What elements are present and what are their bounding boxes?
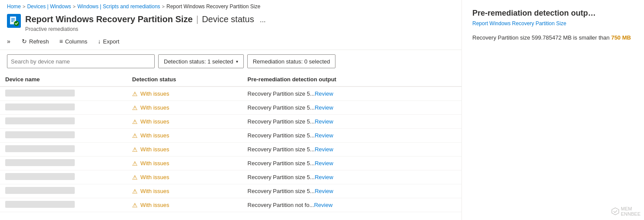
detection-status-cell: ⚠With issues bbox=[127, 143, 242, 157]
columns-icon: ≡ bbox=[60, 38, 63, 45]
export-label: Export bbox=[103, 38, 120, 45]
status-text: With issues bbox=[140, 104, 169, 111]
table-row: ⚠With issuesRecovery Partition size 5...… bbox=[0, 115, 461, 129]
remediation-status-filter[interactable]: Remediation status: 0 selected bbox=[247, 54, 336, 68]
refresh-button[interactable]: ↻ Refresh bbox=[17, 36, 53, 47]
refresh-icon: ↻ bbox=[22, 38, 27, 45]
device-name-cell bbox=[0, 143, 127, 157]
device-name-cell bbox=[0, 157, 127, 170]
breadcrumb: Home > Devices | Windows > Windows | Scr… bbox=[0, 0, 461, 11]
breadcrumb-devices-windows[interactable]: Devices | Windows bbox=[27, 3, 71, 10]
page-title-sep: | bbox=[196, 14, 198, 24]
status-text: With issues bbox=[140, 90, 169, 97]
review-link[interactable]: Review bbox=[315, 132, 333, 139]
body-value: 599.785472 MB bbox=[532, 34, 572, 41]
status-text: With issues bbox=[140, 118, 169, 125]
expand-icon[interactable]: » bbox=[7, 38, 16, 45]
status-text: With issues bbox=[140, 188, 169, 194]
table-row: ⚠With issuesRecovery Partition size 5...… bbox=[0, 184, 461, 198]
warning-icon: ⚠ bbox=[132, 104, 138, 111]
output-cell: Recovery Partition size 5...Review bbox=[242, 87, 461, 101]
detection-status-cell: ⚠With issues bbox=[127, 157, 242, 170]
main-panel: Home > Devices | Windows > Windows | Scr… bbox=[0, 0, 461, 220]
output-text: Recovery Partition size 5... bbox=[248, 132, 315, 139]
detection-status-cell: ⚠With issues bbox=[127, 87, 242, 101]
watermark: MEMENNBEE bbox=[611, 206, 641, 217]
review-link[interactable]: Review bbox=[315, 174, 333, 180]
toolbar: » ↻ Refresh ≡ Columns ↓ Export bbox=[0, 33, 461, 50]
output-cell: Recovery Partition size 5...Review bbox=[242, 184, 461, 198]
page-header-text: Report Windows Recovery Partition Size |… bbox=[25, 13, 268, 32]
page-header: Report Windows Recovery Partition Size |… bbox=[0, 11, 461, 33]
breadcrumb-sep-1: > bbox=[23, 4, 25, 9]
review-link[interactable]: Review bbox=[315, 118, 333, 125]
breadcrumb-sep-2: > bbox=[73, 4, 76, 9]
detection-status-cell: ⚠With issues bbox=[127, 198, 242, 212]
status-text: With issues bbox=[140, 160, 169, 167]
chevron-down-icon: ▾ bbox=[236, 59, 238, 64]
warning-icon: ⚠ bbox=[132, 132, 138, 139]
output-text: Recovery Partition size 5... bbox=[248, 90, 315, 97]
device-table: Device name Detection status Pre-remedia… bbox=[0, 73, 461, 212]
output-cell: Recovery Partition size 5...Review bbox=[242, 129, 461, 143]
review-link[interactable]: Review bbox=[315, 90, 333, 97]
detection-status-cell: ⚠With issues bbox=[127, 101, 242, 115]
review-link[interactable]: Review bbox=[315, 104, 333, 111]
breadcrumb-scripts[interactable]: Windows | Scripts and remediations bbox=[77, 3, 160, 10]
detection-status-filter-label: Detection status: 1 selected bbox=[164, 58, 233, 65]
output-text: Recovery Partition size 5... bbox=[248, 160, 315, 167]
right-panel-subtitle-link[interactable]: Report Windows Recovery Partition Size bbox=[472, 20, 634, 27]
warning-icon: ⚠ bbox=[132, 146, 138, 153]
table-container: Device name Detection status Pre-remedia… bbox=[0, 73, 461, 220]
refresh-label: Refresh bbox=[29, 38, 49, 45]
table-row: ⚠With issuesRecovery Partition size 5...… bbox=[0, 87, 461, 101]
body-highlight: 750 MB bbox=[611, 34, 631, 41]
body-middle: is smaller than bbox=[571, 34, 611, 41]
output-cell: Recovery Partition size 5...Review bbox=[242, 170, 461, 184]
warning-icon: ⚠ bbox=[132, 90, 138, 97]
output-text: Recovery Partition not fo... bbox=[248, 202, 314, 208]
table-row: ⚠With issuesRecovery Partition size 5...… bbox=[0, 129, 461, 143]
search-input[interactable] bbox=[7, 54, 155, 68]
warning-icon: ⚠ bbox=[132, 188, 138, 195]
output-cell: Recovery Partition size 5...Review bbox=[242, 143, 461, 157]
device-name-cell bbox=[0, 87, 127, 101]
remediation-status-filter-label: Remediation status: 0 selected bbox=[253, 58, 330, 65]
table-row: ⚠With issuesRecovery Partition not fo...… bbox=[0, 198, 461, 212]
detection-status-filter[interactable]: Detection status: 1 selected ▾ bbox=[158, 54, 244, 68]
status-text: With issues bbox=[140, 202, 169, 208]
review-link[interactable]: Review bbox=[315, 188, 333, 194]
detection-status-cell: ⚠With issues bbox=[127, 184, 242, 198]
right-panel-body: Recovery Partition size 599.785472 MB is… bbox=[472, 33, 634, 42]
warning-icon: ⚠ bbox=[132, 202, 138, 209]
export-icon: ↓ bbox=[98, 38, 101, 45]
status-text: With issues bbox=[140, 146, 169, 153]
output-text: Recovery Partition size 5... bbox=[248, 104, 315, 111]
filter-row: Detection status: 1 selected ▾ Remediati… bbox=[0, 50, 461, 73]
right-panel: Pre-remediation detection outp… Report W… bbox=[461, 0, 644, 220]
columns-label: Columns bbox=[65, 38, 87, 45]
table-row: ⚠With issuesRecovery Partition size 5...… bbox=[0, 157, 461, 170]
table-row: ⚠With issuesRecovery Partition size 5...… bbox=[0, 101, 461, 115]
warning-icon: ⚠ bbox=[132, 160, 138, 167]
body-prefix: Recovery Partition size bbox=[472, 34, 532, 41]
output-cell: Recovery Partition size 5...Review bbox=[242, 157, 461, 170]
device-name-cell bbox=[0, 101, 127, 115]
output-text: Recovery Partition size 5... bbox=[248, 188, 315, 194]
right-panel-title: Pre-remediation detection outp… bbox=[472, 9, 634, 18]
watermark-icon bbox=[611, 207, 619, 215]
watermark-text: MEMENNBEE bbox=[621, 206, 641, 217]
export-button[interactable]: ↓ Export bbox=[93, 36, 124, 47]
breadcrumb-current: Report Windows Recovery Partition Size bbox=[166, 3, 260, 10]
review-link[interactable]: Review bbox=[315, 146, 333, 153]
table-row: ⚠With issuesRecovery Partition size 5...… bbox=[0, 143, 461, 157]
columns-button[interactable]: ≡ Columns bbox=[55, 36, 92, 47]
status-text: With issues bbox=[140, 174, 169, 180]
breadcrumb-home[interactable]: Home bbox=[7, 3, 21, 10]
warning-icon: ⚠ bbox=[132, 118, 138, 125]
more-options-button[interactable]: ... bbox=[258, 15, 268, 25]
review-link[interactable]: Review bbox=[314, 202, 333, 208]
output-text: Recovery Partition size 5... bbox=[248, 118, 315, 125]
table-row: ⚠With issuesRecovery Partition size 5...… bbox=[0, 170, 461, 184]
review-link[interactable]: Review bbox=[315, 160, 333, 167]
